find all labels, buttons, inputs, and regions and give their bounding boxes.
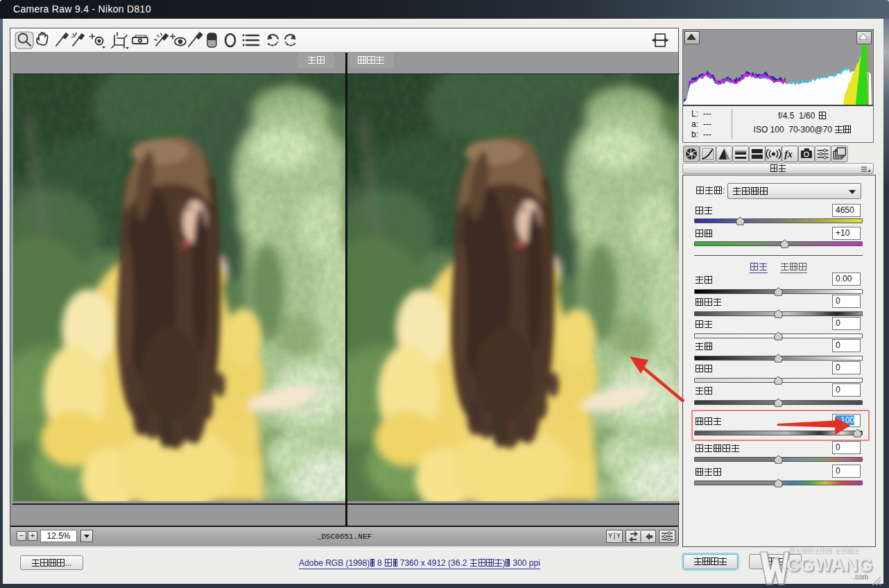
svg-text:fx: fx xyxy=(784,149,793,159)
